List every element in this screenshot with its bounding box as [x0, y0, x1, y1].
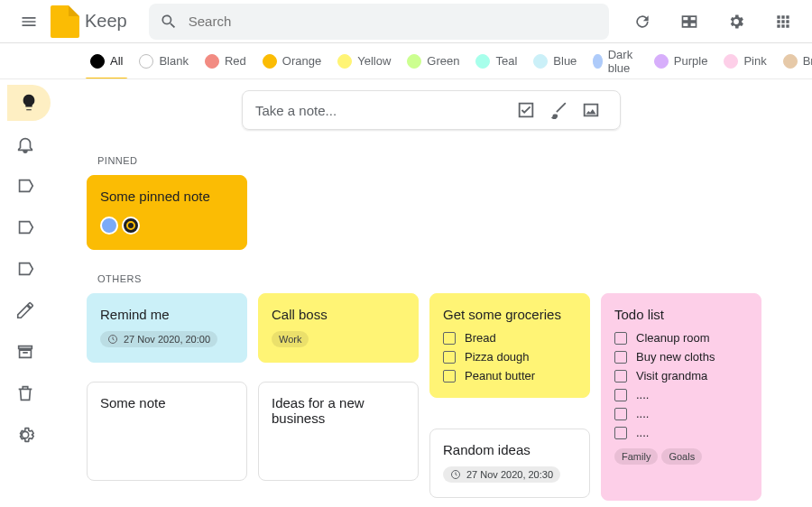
filter-label: Blue: [553, 54, 577, 68]
settings-button[interactable]: [718, 4, 754, 40]
sidebar-archive[interactable]: [7, 334, 43, 370]
clock-icon: [107, 334, 118, 345]
main-menu-button[interactable]: [11, 4, 47, 40]
lightbulb-icon: [19, 93, 39, 113]
checklist-item[interactable]: Cleanup room: [614, 331, 748, 345]
filter-blank[interactable]: Blank: [134, 51, 194, 72]
checklist-item[interactable]: ....: [614, 388, 748, 401]
new-drawing-button[interactable]: [542, 94, 575, 126]
checklist-item[interactable]: Pizza dough: [443, 350, 577, 364]
color-swatch: [783, 54, 798, 69]
filter-teal[interactable]: Teal: [470, 51, 522, 72]
color-swatch: [533, 54, 548, 69]
sidebar-edit-labels[interactable]: [7, 292, 43, 328]
note-card[interactable]: Random ideas27 Nov 2020, 20:30: [429, 429, 590, 498]
pinned-notes-grid: Some pinned note: [87, 175, 776, 268]
note-card[interactable]: Ideas for a new business: [258, 382, 419, 481]
checkbox-icon: [516, 100, 536, 120]
filter-purple[interactable]: Purple: [649, 51, 714, 72]
sidebar-label-3[interactable]: [7, 251, 43, 287]
filter-label: Blank: [159, 54, 189, 68]
filter-dark-blue[interactable]: Dark blue: [587, 44, 642, 78]
filter-label: Brown: [803, 54, 812, 68]
note-title: Get some groceries: [443, 307, 577, 322]
reminder-chip[interactable]: 27 Nov 2020, 20:00: [100, 331, 217, 347]
note-card[interactable]: Get some groceriesBreadPizza doughPeanut…: [429, 293, 590, 398]
checklist-item[interactable]: Peanut butter: [443, 369, 577, 383]
image-icon: [581, 100, 601, 120]
gear-icon: [727, 13, 745, 31]
sidebar: [0, 79, 51, 507]
color-swatch: [337, 54, 352, 69]
filter-green[interactable]: Green: [401, 51, 465, 72]
checkbox-icon[interactable]: [443, 370, 456, 383]
sidebar-settings[interactable]: [7, 417, 43, 453]
label-chip[interactable]: Family: [614, 448, 658, 465]
filter-label: Teal: [495, 54, 517, 68]
clock-icon: [450, 469, 461, 480]
gear-icon: [15, 425, 35, 445]
sidebar-reminders[interactable]: [7, 126, 43, 162]
pinned-section-label: Pinned: [97, 155, 776, 166]
checklist-item-text: ....: [636, 388, 649, 401]
checkbox-icon[interactable]: [443, 351, 456, 364]
note-card[interactable]: Some pinned note: [87, 175, 247, 250]
filter-label: Pink: [743, 54, 766, 68]
search-bar[interactable]: [149, 4, 609, 40]
checkbox-icon[interactable]: [443, 332, 456, 345]
note-card[interactable]: Call bossWork: [258, 293, 419, 363]
search-input[interactable]: [189, 14, 598, 29]
checklist-item[interactable]: Bread: [443, 331, 577, 345]
sidebar-notes[interactable]: [7, 85, 51, 121]
filter-orange[interactable]: Orange: [257, 51, 327, 72]
checkbox-icon[interactable]: [614, 332, 627, 345]
label-chip[interactable]: Goals: [661, 448, 702, 465]
checklist-item[interactable]: ....: [614, 426, 748, 439]
color-swatch: [593, 54, 602, 69]
filter-yellow[interactable]: Yellow: [332, 51, 396, 72]
avatar[interactable]: [122, 217, 140, 235]
take-note-bar[interactable]: Take a note...: [242, 90, 621, 130]
new-list-button[interactable]: [510, 94, 542, 126]
checkbox-icon[interactable]: [614, 408, 627, 420]
reminder-chip[interactable]: 27 Nov 2020, 20:30: [443, 466, 560, 483]
avatar[interactable]: [100, 217, 118, 235]
filter-red[interactable]: Red: [199, 51, 252, 72]
note-card[interactable]: Remind me27 Nov 2020, 20:00: [87, 293, 247, 363]
hamburger-icon: [20, 13, 38, 31]
collaborator-avatars: [100, 217, 234, 235]
filter-pink[interactable]: Pink: [718, 51, 771, 72]
checklist-item-text: Cleanup room: [636, 331, 710, 345]
new-image-button[interactable]: [575, 94, 607, 126]
checklist-item-text: ....: [636, 426, 649, 439]
reminder-text: 27 Nov 2020, 20:30: [466, 469, 553, 480]
filter-all[interactable]: All: [85, 51, 128, 72]
note-title: Remind me: [100, 307, 234, 322]
color-swatch: [263, 54, 277, 69]
checkbox-icon[interactable]: [614, 389, 627, 401]
main-content: Take a note... Pinned Some pinned note O…: [51, 79, 812, 507]
checklist-item[interactable]: Visit grandma: [614, 369, 748, 383]
reminder-text: 27 Nov 2020, 20:00: [124, 334, 210, 345]
refresh-button[interactable]: [624, 4, 660, 40]
label-chip[interactable]: Work: [272, 331, 309, 347]
filter-brown[interactable]: Brown: [778, 51, 812, 72]
sidebar-label-1[interactable]: [7, 168, 43, 204]
note-card[interactable]: Some note: [87, 382, 247, 481]
checklist-item[interactable]: ....: [614, 407, 748, 420]
filter-label: Orange: [282, 54, 321, 68]
sidebar-trash[interactable]: [7, 375, 43, 411]
checkbox-icon[interactable]: [614, 370, 627, 383]
other-notes-grid: Remind me27 Nov 2020, 20:00Call bossWork…: [87, 293, 776, 507]
note-card[interactable]: Todo listCleanup roomBuy new clothsVisit…: [601, 293, 761, 501]
label-icon: [15, 176, 35, 196]
apps-button[interactable]: [765, 4, 801, 40]
sidebar-label-2[interactable]: [7, 209, 43, 245]
list-view-button[interactable]: [671, 4, 707, 40]
checklist-item[interactable]: Buy new cloths: [614, 350, 748, 364]
checkbox-icon[interactable]: [614, 427, 627, 439]
logo[interactable]: Keep: [51, 5, 127, 38]
filter-blue[interactable]: Blue: [528, 51, 582, 72]
checkbox-icon[interactable]: [614, 351, 627, 364]
note-title: Random ideas: [443, 442, 577, 457]
